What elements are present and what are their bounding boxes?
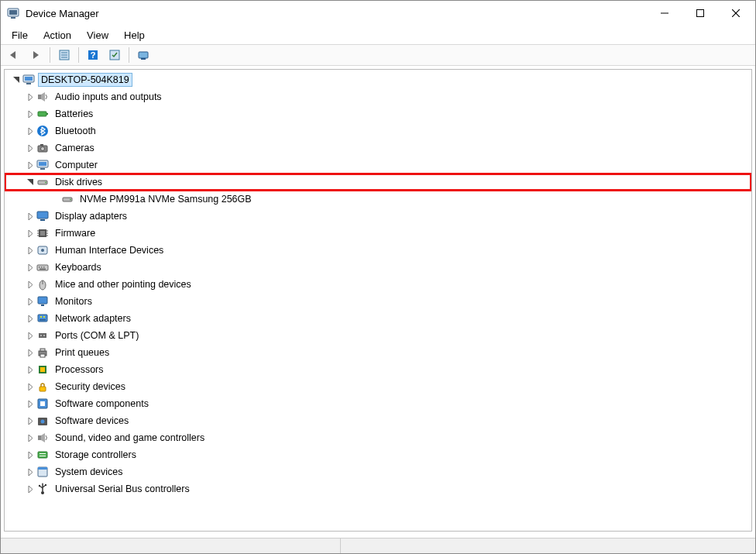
device-tree-container[interactable]: DESKTOP-504K819Audio inputs and outputsB… [4, 69, 752, 532]
tree-root[interactable]: DESKTOP-504K819 [5, 71, 751, 88]
category-print-queues[interactable]: Print queues [5, 344, 751, 361]
chevron-right-icon[interactable] [25, 296, 36, 307]
chevron-right-icon[interactable] [25, 483, 36, 494]
category-keyboards[interactable]: Keyboards [5, 259, 751, 276]
port-icon [36, 329, 50, 342]
category-bluetooth[interactable]: Bluetooth [5, 122, 751, 139]
category-label: Ports (COM & LPT) [53, 329, 141, 342]
chevron-right-icon[interactable] [25, 466, 36, 477]
hid-icon [36, 243, 50, 257]
toolbar-separator [50, 47, 50, 63]
toolbar-separator [129, 47, 129, 63]
disk-icon [60, 192, 74, 206]
category-label: Print queues [53, 346, 112, 359]
category-disk-drives[interactable]: Disk drives [5, 174, 751, 191]
category-processors[interactable]: Processors [5, 361, 751, 378]
svg-rect-4 [697, 10, 704, 17]
menu-view[interactable]: View [79, 26, 116, 44]
chevron-right-icon[interactable] [25, 108, 36, 119]
help-button[interactable]: ? [83, 46, 103, 64]
cpu-icon [36, 363, 50, 377]
category-label: Software components [53, 397, 151, 410]
chevron-right-icon[interactable] [25, 347, 36, 358]
category-network[interactable]: Network adapters [5, 310, 751, 327]
device-nvme[interactable]: NVMe PM991a NVMe Samsung 256GB [5, 191, 751, 208]
chevron-right-icon[interactable] [25, 211, 36, 222]
disk-icon [36, 175, 50, 189]
chevron-right-icon[interactable] [25, 398, 36, 409]
category-usb[interactable]: Universal Serial Bus controllers [5, 480, 751, 497]
chevron-right-icon[interactable] [25, 415, 36, 426]
category-sound[interactable]: Sound, video and game controllers [5, 429, 751, 446]
chevron-right-icon[interactable] [25, 126, 36, 136]
category-label: Human Interface Devices [53, 244, 166, 256]
chevron-right-icon[interactable] [25, 313, 36, 324]
category-display-adapters[interactable]: Display adapters [5, 208, 751, 225]
chevron-right-icon[interactable] [25, 432, 36, 443]
sound-icon [36, 431, 50, 445]
category-security[interactable]: Security devices [5, 378, 751, 395]
chevron-right-icon[interactable] [25, 262, 36, 273]
category-software-components[interactable]: Software components [5, 395, 751, 412]
device-label: NVMe PM991a NVMe Samsung 256GB [77, 193, 254, 205]
chevron-right-icon[interactable] [25, 160, 36, 170]
category-firmware[interactable]: Firmware [5, 225, 751, 242]
chip-icon [36, 226, 50, 240]
chevron-right-icon[interactable] [25, 381, 36, 392]
chevron-right-icon[interactable] [25, 143, 36, 153]
minimize-button[interactable] [647, 2, 682, 25]
category-label: Batteries [53, 108, 95, 120]
show-hidden-button[interactable] [133, 46, 153, 64]
menu-help[interactable]: Help [116, 26, 153, 44]
chevron-right-icon[interactable] [25, 279, 36, 290]
bluetooth-icon [36, 124, 50, 138]
mouse-icon [36, 277, 50, 291]
category-label: Storage controllers [53, 449, 139, 461]
chevron-right-icon[interactable] [25, 228, 36, 239]
category-software-devices[interactable]: Software devices [5, 412, 751, 429]
close-button[interactable] [718, 2, 754, 25]
chevron-right-icon[interactable] [25, 91, 36, 102]
chevron-down-icon[interactable] [25, 177, 36, 188]
printer-icon [36, 346, 50, 360]
category-computer[interactable]: Computer [5, 157, 751, 174]
menu-file[interactable]: File [4, 26, 36, 44]
chevron-right-icon[interactable] [25, 245, 36, 256]
chevron-right-icon[interactable] [25, 330, 36, 341]
window-title: Device Manager [26, 8, 99, 19]
category-label: Bluetooth [53, 125, 98, 137]
title-bar: Device Manager [1, 1, 755, 26]
menu-action[interactable]: Action [36, 26, 79, 44]
category-mice[interactable]: Mice and other pointing devices [5, 276, 751, 293]
svg-rect-14 [139, 52, 148, 58]
category-system-devices[interactable]: System devices [5, 463, 751, 480]
category-label: Firmware [53, 227, 98, 239]
svg-rect-2 [11, 17, 15, 19]
category-label: Mice and other pointing devices [53, 278, 194, 291]
svg-text:?: ? [91, 50, 96, 60]
chevron-right-icon[interactable] [25, 364, 36, 375]
software-icon [36, 414, 50, 428]
category-label: Audio inputs and outputs [53, 91, 164, 103]
maximize-button[interactable] [682, 2, 718, 25]
scan-button[interactable] [105, 46, 125, 64]
category-monitors[interactable]: Monitors [5, 293, 751, 310]
back-button[interactable] [4, 46, 24, 64]
chevron-right-icon[interactable] [25, 449, 36, 460]
category-ports[interactable]: Ports (COM & LPT) [5, 327, 751, 344]
category-storage-controllers[interactable]: Storage controllers [5, 446, 751, 463]
battery-icon [36, 107, 50, 121]
forward-button[interactable] [26, 46, 46, 64]
category-audio[interactable]: Audio inputs and outputs [5, 88, 751, 105]
category-batteries[interactable]: Batteries [5, 105, 751, 122]
category-label: Display adapters [53, 210, 129, 222]
computer-icon [36, 158, 50, 172]
category-label: Processors [53, 363, 106, 376]
chevron-down-icon[interactable] [11, 74, 22, 85]
speaker-icon [36, 90, 50, 104]
root-label: DESKTOP-504K819 [39, 74, 132, 86]
category-cameras[interactable]: Cameras [5, 139, 751, 157]
category-label: Universal Serial Bus controllers [53, 483, 192, 495]
properties-button[interactable] [54, 46, 74, 64]
category-hid[interactable]: Human Interface Devices [5, 242, 751, 259]
